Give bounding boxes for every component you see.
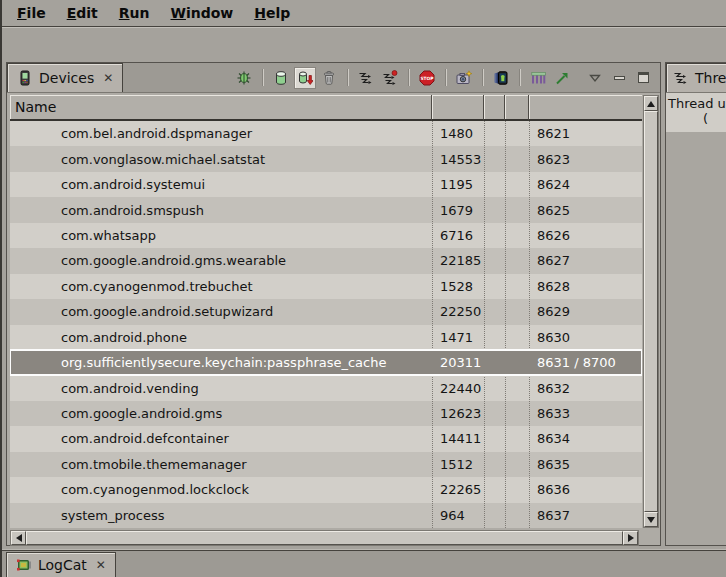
process-name: com.android.defcontainer [10,431,432,446]
view-menu-button[interactable] [588,71,602,85]
process-port: 8637 [529,508,642,523]
scroll-right-button[interactable] [623,531,638,545]
method-profiling-button[interactable] [379,67,401,89]
process-port: 8627 [529,253,642,268]
sysinfo-button[interactable] [527,67,549,89]
right-arrow-icon [628,534,634,542]
process-name: com.android.phone [10,330,432,345]
cause-gc-icon [321,70,337,86]
table-row[interactable]: com.cyanogenmod.lockclock222658636 [10,477,642,502]
table-row[interactable]: com.android.defcontainer144118634 [10,426,642,451]
ddms-window: FileEditRunWindowHelp Devices ✕ STOP Nam… [0,0,726,577]
process-port: 8636 [529,482,642,497]
process-pid: 964 [432,508,484,523]
threads-view: Threads Thread up ( [665,62,726,546]
table-row[interactable]: com.cyanogenmod.trebuchet15288628 [10,274,642,299]
tab-logcat[interactable]: LogCat ✕ [6,552,116,577]
process-port: 8629 [529,304,642,319]
process-name: com.vonglasow.michael.satstat [10,152,432,167]
menu-item-window[interactable]: Window [165,3,238,23]
column-header-2[interactable] [432,95,484,121]
screen-capture-button[interactable] [453,67,475,89]
table-row[interactable]: com.tmobile.thememanager15128635 [10,452,642,477]
horizontal-scrollbar-thumb[interactable] [26,531,623,545]
minimize-button[interactable] [612,71,626,85]
table-row[interactable]: com.whatsapp67168626 [10,223,642,248]
dump-hprof-button[interactable] [294,67,316,89]
process-pid: 12623 [432,406,484,421]
logcat-icon [16,557,32,573]
stop-process-icon: STOP [419,70,435,86]
table-row[interactable]: system_process9648637 [10,503,642,528]
table-row[interactable]: com.google.android.setupwizard222508629 [10,299,642,324]
table-row-selected[interactable]: org.sufficientlysecure.keychain:passphra… [10,350,642,375]
maximize-button[interactable] [636,71,650,85]
method-profiling-icon [382,70,398,86]
process-name: system_process [10,508,432,523]
column-header-name[interactable]: Name [10,95,432,121]
tab-threads-label: Threads [695,70,726,86]
vertical-scrollbar-thumb[interactable] [644,111,658,512]
process-pid: 1679 [432,203,484,218]
process-port: 8626 [529,228,642,243]
devices-toolbar: STOP [232,63,654,92]
table-row[interactable]: com.android.systemui11958624 [10,172,642,197]
update-threads-icon [358,70,374,86]
toolbar-separator [262,69,263,86]
tab-logcat-label: LogCat [38,557,87,573]
process-name: com.android.smspush [10,203,432,218]
scroll-left-button[interactable] [11,531,26,545]
tab-devices[interactable]: Devices ✕ [7,63,123,92]
toolbar-separator [519,69,520,86]
cause-gc-button[interactable] [318,67,340,89]
tab-threads[interactable]: Threads [666,63,726,92]
update-threads-button[interactable] [355,67,377,89]
view-window-controls [588,71,650,85]
process-name: com.google.android.gms.wearable [10,253,432,268]
threads-message-line1: Thread up [668,96,726,111]
toolbar-separator [408,69,409,86]
stop-process-button[interactable]: STOP [416,67,438,89]
scroll-up-button[interactable] [644,96,658,111]
table-row[interactable]: com.android.smspush16798625 [10,197,642,222]
update-heap-button[interactable] [270,67,292,89]
process-port: 8630 [529,330,642,345]
debug-icon [236,70,252,86]
device-table: Name com.bel.android.dspmanager14808621c… [7,93,660,545]
process-name: com.tmobile.thememanager [10,457,432,472]
table-row[interactable]: com.android.phone14718630 [10,325,642,350]
close-icon[interactable]: ✕ [96,558,106,572]
process-name: com.google.android.setupwizard [10,304,432,319]
close-icon[interactable]: ✕ [103,71,113,85]
menu-item-edit[interactable]: Edit [62,3,103,23]
process-name: com.bel.android.dspmanager [10,126,432,141]
threads-message-line2: ( [668,111,726,126]
devices-view: Devices ✕ STOP Name com.bel.android.dspm… [6,62,661,546]
network-stats-button[interactable] [551,67,573,89]
table-row[interactable]: com.google.android.gms.wearable221858627 [10,248,642,273]
vertical-scrollbar[interactable] [643,95,659,528]
device-screen-button[interactable] [490,67,512,89]
menu-item-run[interactable]: Run [114,3,155,23]
process-name: com.cyanogenmod.lockclock [10,482,432,497]
debug-button[interactable] [233,67,255,89]
table-row[interactable]: com.vonglasow.michael.satstat145538623 [10,146,642,171]
table-row[interactable]: com.google.android.gms126238633 [10,401,642,426]
table-row[interactable]: com.android.vending224408632 [10,375,642,400]
scroll-down-button[interactable] [644,512,658,527]
down-arrow-icon [647,517,655,523]
menu-item-help[interactable]: Help [249,3,295,23]
device-screen-icon [493,70,509,86]
process-pid: 1512 [432,457,484,472]
process-pid: 20311 [432,355,484,370]
device-table-body: com.bel.android.dspmanager14808621com.vo… [10,121,642,528]
column-separator [484,121,485,528]
column-header-5[interactable] [529,95,642,121]
column-header-4[interactable] [505,95,529,121]
table-row[interactable]: com.bel.android.dspmanager14808621 [10,121,642,146]
horizontal-scrollbar[interactable] [10,530,639,546]
column-header-3[interactable] [484,95,505,121]
process-pid: 22440 [432,381,484,396]
menu-item-file[interactable]: File [12,3,51,23]
svg-text:STOP: STOP [420,76,434,81]
